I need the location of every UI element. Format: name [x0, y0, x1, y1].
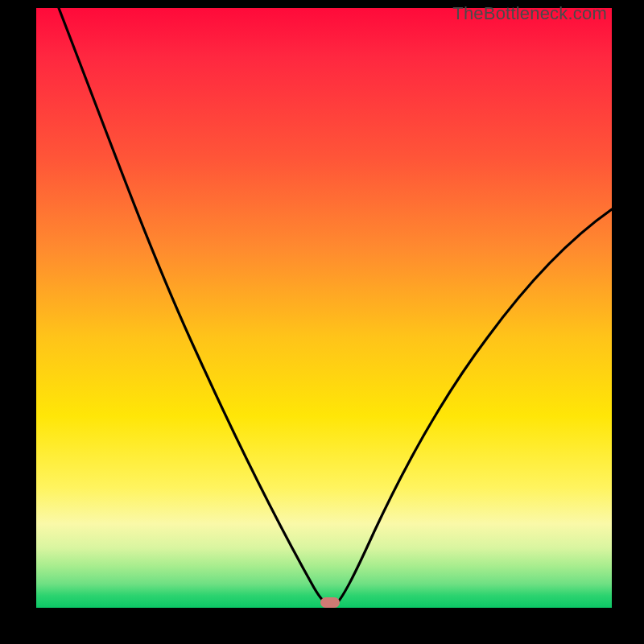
plot-area [36, 8, 612, 608]
min-marker [320, 597, 340, 608]
curve-layer [36, 8, 612, 608]
curve-left [59, 8, 330, 606]
curve-right [334, 209, 612, 606]
chart-frame: TheBottleneck.com [0, 0, 644, 644]
